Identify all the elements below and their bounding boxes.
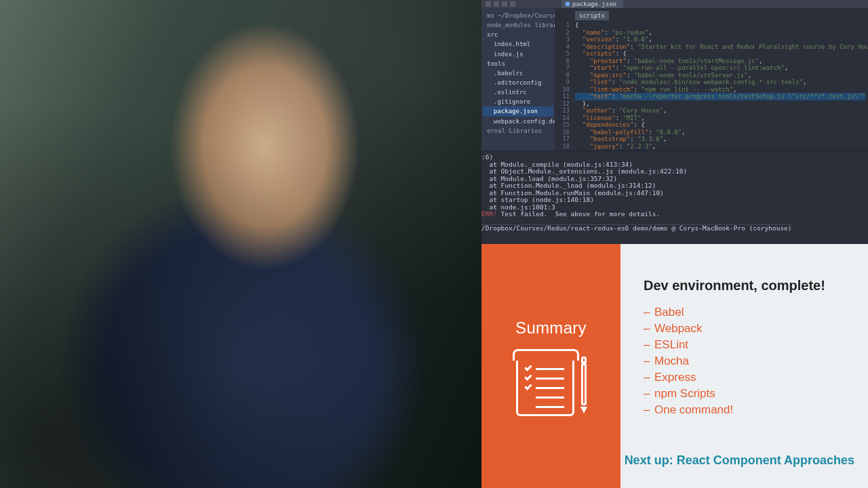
line-number: 6 xyxy=(555,58,574,65)
toolbar-button-icon[interactable] xyxy=(510,1,515,7)
line-number: 17 xyxy=(555,136,574,143)
toolbar-button-icon[interactable] xyxy=(486,1,491,7)
toolbar-button-icon[interactable] xyxy=(502,1,507,7)
line-number: 16 xyxy=(555,129,574,136)
slide-left-panel: Summary xyxy=(481,244,620,488)
list-item: Mocha xyxy=(644,353,856,369)
breadcrumb-chip[interactable]: scripts xyxy=(575,11,609,20)
slide-right-panel: Dev environment, complete! BabelWebpackE… xyxy=(620,244,868,488)
line-number: 18 xyxy=(555,143,574,150)
ide-window: package.json mo ~/Dropbox/Courses/Re nod… xyxy=(481,0,868,244)
next-up-text: Next up: React Component Approaches xyxy=(625,453,854,468)
ide-toolbar xyxy=(481,0,868,8)
tree-item[interactable]: ernal Libraries xyxy=(483,126,553,136)
line-number-gutter: 12345678910111213141516171819 xyxy=(555,22,574,157)
line-number: 7 xyxy=(555,64,574,72)
summary-slide: Summary Dev environment, complete! Babel… xyxy=(481,244,868,488)
editor-tab[interactable]: package.json xyxy=(561,0,623,8)
list-item: Express xyxy=(644,369,856,386)
project-header: mo ~/Dropbox/Courses/Re xyxy=(483,11,553,20)
tree-item[interactable]: .gitignore xyxy=(483,97,553,106)
notepad-icon xyxy=(481,354,620,416)
list-item: npm Scripts xyxy=(644,386,856,402)
tree-item[interactable]: .editorconfig xyxy=(483,78,553,87)
presenter-photo xyxy=(0,0,481,488)
line-number: 8 xyxy=(555,72,574,79)
file-icon xyxy=(566,2,570,6)
list-item: Babel xyxy=(644,304,856,321)
line-number: 12 xyxy=(555,100,574,108)
tree-item[interactable]: node_modules library root xyxy=(483,20,553,30)
toolbar-button-icon[interactable] xyxy=(494,1,499,7)
tree-item[interactable]: src xyxy=(483,30,553,39)
line-number: 1 xyxy=(555,22,574,29)
line-number: 2 xyxy=(555,29,574,37)
list-item: Webpack xyxy=(644,321,856,337)
tree-item[interactable]: index.html xyxy=(483,39,553,49)
line-number: 3 xyxy=(555,36,574,43)
slide-heading: Dev environment, complete! xyxy=(644,278,856,293)
terminal-panel[interactable]: :6) at Module._compile (module.js:413:34… xyxy=(481,150,868,244)
tree-item[interactable]: index.js xyxy=(483,49,553,59)
tree-item[interactable]: tools xyxy=(483,59,553,68)
editor-tab-label: package.json xyxy=(572,0,616,8)
line-number: 4 xyxy=(555,43,574,51)
tree-item[interactable]: package.json xyxy=(483,106,553,116)
pen-icon xyxy=(581,357,587,413)
list-item: One command! xyxy=(644,402,856,418)
tree-item[interactable]: .babelrc xyxy=(483,68,553,78)
line-number: 11 xyxy=(555,93,574,100)
line-number: 15 xyxy=(555,121,574,129)
summary-list: BabelWebpackESLintMochaExpressnpm Script… xyxy=(644,304,856,418)
summary-title: Summary xyxy=(481,319,620,338)
line-number: 13 xyxy=(555,107,574,115)
list-item: ESLint xyxy=(644,337,856,353)
code-content: { "name": "ps-redux", "version": "1.0.0"… xyxy=(575,22,865,157)
line-number: 5 xyxy=(555,50,574,58)
line-number: 10 xyxy=(555,86,574,94)
line-number: 9 xyxy=(555,79,574,86)
tree-item[interactable]: webpack.config.dev.js xyxy=(483,117,553,126)
line-number: 14 xyxy=(555,115,574,122)
tree-item[interactable]: .eslintrc xyxy=(483,87,553,97)
